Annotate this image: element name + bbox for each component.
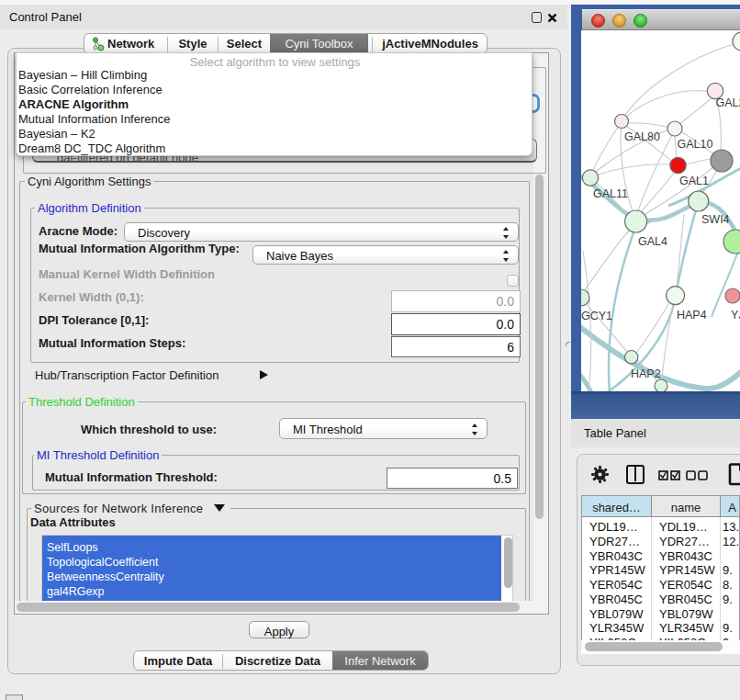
svg-text:GAL10: GAL10	[678, 138, 713, 151]
svg-text:GAL1: GAL1	[679, 175, 709, 187]
svg-text:YJ: YJ	[731, 309, 740, 322]
svg-text:HAP4: HAP4	[677, 309, 707, 322]
svg-text:GAL4: GAL4	[638, 235, 667, 248]
svg-text:SWI4: SWI4	[701, 213, 730, 226]
svg-text:GAL11: GAL11	[593, 187, 628, 200]
svg-text:GCY1: GCY1	[581, 310, 612, 322]
svg-text:HAP2: HAP2	[631, 367, 661, 380]
svg-text:GAL80: GAL80	[624, 130, 660, 143]
svg-text:GAL2: GAL2	[716, 96, 740, 109]
